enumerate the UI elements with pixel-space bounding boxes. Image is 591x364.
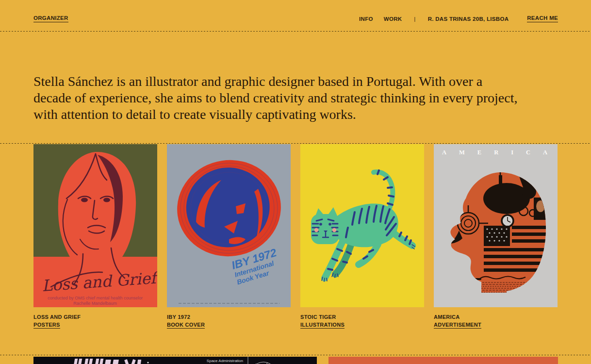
caption-stoic-tiger: STOIC TIGER ILLUSTRATIONS: [300, 314, 424, 329]
grid-separator: [0, 143, 591, 144]
reach-me-link[interactable]: REACH ME: [527, 15, 558, 22]
loss-grief-credit-2: Rachelle Mandelbaum: [73, 301, 117, 306]
row2-separator: [0, 355, 591, 355]
caption-america: AMERICA ADVERTISEMENT: [434, 314, 558, 329]
poster-iby-1972[interactable]: IBY 1972 International Book Year: [167, 144, 291, 307]
stoic-tiger-artwork: [300, 144, 424, 307]
space-admin-label: Space Administration: [207, 359, 243, 363]
intro-paragraph: Stella Sánchez is an illustrator and gra…: [33, 73, 577, 123]
project-title: LOSS AND GRIEF: [33, 314, 157, 320]
projects-grid: Loss and Grief conducted by OMS chief me…: [33, 144, 558, 329]
project-card-stoic-tiger: STOIC TIGER ILLUSTRATIONS: [300, 144, 424, 329]
project-card-america: AMERICA AMERICA ADVERTISEMENT: [434, 144, 558, 329]
intro-line-3: with attention to detail to create visua…: [33, 106, 577, 123]
nav-divider: |: [414, 16, 415, 22]
project-category-link[interactable]: ILLUSTRATIONS: [300, 322, 345, 329]
poster-orange-project[interactable]: [328, 357, 558, 364]
america-artwork: AMERICA: [434, 144, 558, 307]
project-title: STOIC TIGER: [300, 314, 424, 320]
loss-grief-credit-1: conducted by OMS chief mental health cou…: [48, 296, 143, 300]
header: ORGANIZER INFO WORK | R. DAS TRINAS 20B,…: [0, 0, 591, 31]
header-nav: INFO WORK | R. DAS TRINAS 20B, LISBOA RE…: [359, 15, 558, 22]
project-card-loss-and-grief: Loss and Grief conducted by OMS chief me…: [33, 144, 157, 329]
poster-stoic-tiger[interactable]: [300, 144, 424, 307]
poster-america[interactable]: AMERICA: [434, 144, 558, 307]
site-logo-link[interactable]: ORGANIZER: [33, 15, 68, 22]
caption-iby-1972: IBY 1972 BOOK COVER: [167, 314, 291, 329]
project-category-link[interactable]: POSTERS: [33, 322, 60, 329]
project-title: AMERICA: [434, 314, 558, 320]
poster-loss-and-grief[interactable]: Loss and Grief conducted by OMS chief me…: [33, 144, 157, 307]
intro-line-1: Stella Sánchez is an illustrator and gra…: [33, 73, 577, 90]
project-category-link[interactable]: BOOK COVER: [167, 322, 205, 329]
iby-1972-artwork: IBY 1972 International Book Year: [167, 144, 291, 307]
intro-line-2: decade of experience, she aims to blend …: [33, 90, 577, 106]
caption-loss-and-grief: LOSS AND GRIEF POSTERS: [33, 314, 157, 329]
america-title-text: AMERICA: [442, 149, 558, 156]
space-poster-artwork: Space Administration: [33, 357, 317, 364]
header-separator: [0, 31, 591, 32]
poster-space-administration[interactable]: Space Administration: [33, 357, 317, 364]
project-card-iby-1972: IBY 1972 International Book Year IBY 197…: [167, 144, 291, 329]
nav-link-work[interactable]: WORK: [384, 16, 402, 22]
project-category-link[interactable]: ADVERTISEMENT: [434, 322, 481, 329]
address-text: R. DAS TRINAS 20B, LISBOA: [428, 16, 509, 22]
loss-and-grief-artwork: Loss and Grief conducted by OMS chief me…: [33, 144, 157, 307]
nav-link-info[interactable]: INFO: [359, 16, 373, 22]
portfolio-page: ORGANIZER INFO WORK | R. DAS TRINAS 20B,…: [0, 0, 591, 364]
project-title: IBY 1972: [167, 314, 291, 320]
